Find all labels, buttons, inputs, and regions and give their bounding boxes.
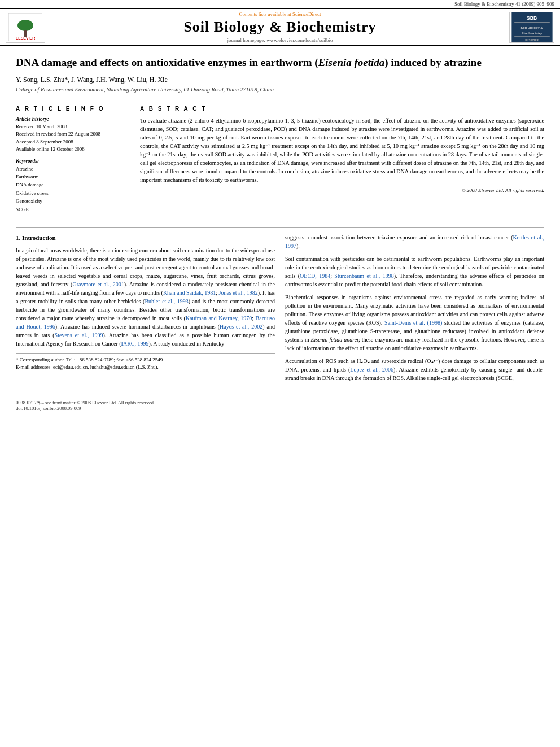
article-title: DNA damage and effects on antioxidative … [16, 56, 544, 70]
article-info-label: A R T I C L E I N F O [16, 106, 129, 112]
svg-text:Biochemistry: Biochemistry [521, 31, 542, 34]
authors: Y. Song, L.S. Zhu*, J. Wang, J.H. Wang, … [16, 76, 544, 84]
footer-bar: 0038-0717/$ – see front matter © 2008 El… [0, 397, 560, 413]
journal-meta-top: Soil Biology & Biochemistry 41 (2009) 90… [0, 0, 560, 8]
abstract-label: A B S T R A C T [140, 106, 544, 112]
ref-lopez: López et al., 2006 [350, 366, 393, 373]
svg-rect-9 [514, 36, 550, 37]
keyword-2: Earthworm [16, 173, 129, 181]
affiliation: College of Resources and Environment, Sh… [16, 86, 544, 93]
intro-para4: Biochemical responses in organisms again… [285, 293, 544, 352]
ref-jones: Jones et al., 1982 [219, 290, 258, 296]
ref-stevens: Stevens et al., 1999 [55, 332, 103, 338]
ref-kaufman: Kaufman and Kearney, 1970 [186, 315, 252, 321]
svg-text:Soil Biology &: Soil Biology & [520, 25, 542, 29]
svg-text:ELSEVIER: ELSEVIER [16, 36, 36, 40]
footer-doi: doi:10.1016/j.soilbio.2008.09.009 [16, 405, 81, 411]
keyword-3: DNA damage [16, 181, 129, 189]
journal-logo-right: SBB Soil Biology & Biochemistry ELSEVIER [509, 12, 554, 43]
available-date: Available online 12 October 2008 [16, 146, 129, 154]
ref-oecd: OECD, 1984 [300, 273, 330, 279]
copyright-notice: © 2008 Elsevier Ltd. All rights reserved… [140, 187, 544, 193]
intro-para2: suggests a modest association between tr… [285, 233, 544, 250]
article-info: A R T I C L E I N F O Article history: R… [16, 106, 129, 218]
section1-heading: 1. Introduction [16, 233, 275, 243]
keyword-5: Genotoxicity [16, 197, 129, 205]
ref-kettles: Kettles et al., 1997 [285, 234, 544, 249]
body-columns: 1. Introduction In agricultural areas wo… [16, 227, 544, 387]
footer-issn: 0038-0717/$ – see front matter © 2008 El… [16, 400, 155, 405]
article-content: DNA damage and effects on antioxidative … [0, 46, 560, 397]
history-label: Article history: [16, 116, 129, 122]
revised-date: Received in revised form 22 August 2008 [16, 130, 129, 138]
keyword-6: SCGE [16, 206, 129, 213]
article-abstract: A B S T R A C T To evaluate atrazine (2-… [140, 106, 544, 218]
ref-saint-denis: Saint-Denis et al. (1998) [384, 320, 442, 326]
page: Soil Biology & Biochemistry 41 (2009) 90… [0, 0, 560, 747]
journal-banner-center: Contents lists available at ScienceDirec… [51, 11, 509, 43]
accepted-date: Accepted 8 September 2008 [16, 138, 129, 146]
svg-rect-6 [514, 22, 550, 23]
journal-citation: Soil Biology & Biochemistry 41 (2009) 90… [454, 1, 554, 7]
svg-text:SBB: SBB [526, 15, 536, 21]
info-abstract-section: A R T I C L E I N F O Article history: R… [16, 101, 544, 218]
footnote-email: E-mail addresses: eci@sdau.edu.cn, lushz… [16, 364, 275, 372]
article-history: Article history: Received 10 March 2008 … [16, 116, 129, 154]
journal-homepage: journal homepage: www.elsevier.com/locat… [51, 37, 509, 43]
column-left: 1. Introduction In agricultural areas wo… [16, 233, 275, 387]
keyword-4: Oxidative stress [16, 189, 129, 197]
svg-text:ELSEVIER: ELSEVIER [525, 39, 539, 42]
received-date: Received 10 March 2008 [16, 123, 129, 131]
keywords-group: Keywords: Atrazine Earthworm DNA damage … [16, 158, 129, 213]
journal-banner: ELSEVIER Contents lists available at Sci… [0, 8, 560, 46]
keyword-1: Atrazine [16, 165, 129, 173]
intro-para5: Accumulation of ROS such as H₂O₂ and sup… [285, 357, 544, 382]
footnote-area: * Corresponding author. Tel.: +86 538 82… [16, 353, 275, 372]
footnote-corresponding: * Corresponding author. Tel.: +86 538 82… [16, 356, 275, 364]
keywords-label: Keywords: [16, 158, 129, 164]
journal-title-large: Soil Biology & Biochemistry [51, 19, 509, 36]
ref-khan: Khan and Saidak, 1981 [163, 290, 216, 296]
intro-para1: In agricultural areas worldwide, there i… [16, 246, 275, 348]
ref-hayes: Hayes et al., 2002 [220, 324, 262, 330]
ref-sturzenbaum: Stürzenbaum et al., 1998 [334, 273, 393, 279]
intro-para3: Soil contamination with pesticides can b… [285, 255, 544, 289]
ref-graymore: Graymore et al., 2001 [72, 281, 124, 287]
elsevier-logo: ELSEVIER [6, 12, 45, 43]
abstract-text: To evaluate atrazine (2-chloro-4-ethylam… [140, 116, 544, 184]
svg-point-1 [18, 20, 33, 31]
column-right: suggests a modest association between tr… [285, 233, 544, 387]
sciencedirect-link: Contents lists available at ScienceDirec… [51, 11, 509, 17]
ref-iarc: IARC, 1999 [121, 340, 149, 347]
ref-buhler: Buhler et al., 1993 [145, 298, 188, 304]
